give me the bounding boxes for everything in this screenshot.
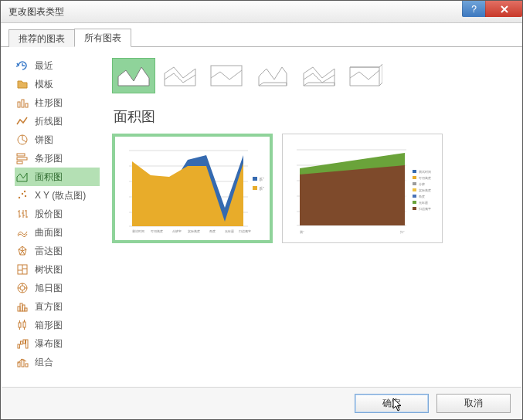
svg-point-15 [20, 286, 25, 290]
sidebar-item-label: 直方图 [35, 300, 63, 313]
treemap-icon [16, 263, 29, 276]
svg-rect-1 [22, 100, 24, 107]
svg-rect-2 [25, 103, 28, 107]
svg-text:系": 系" [259, 186, 264, 191]
dialog-body: 最近模板柱形图折线图饼图条形图面积图X Y (散点图)股价图曲面图雷达图树状图旭… [1, 47, 522, 388]
recent-icon [16, 59, 29, 72]
sidebar-item-template[interactable]: 模板 [15, 75, 100, 93]
svg-rect-22 [18, 344, 20, 348]
sidebar-item-label: 箱形图 [35, 319, 63, 332]
sidebar-item-area[interactable]: 面积图 [15, 168, 100, 186]
subtype-100-stacked-area[interactable] [205, 58, 248, 93]
svg-text:分辨: 分辨 [419, 182, 425, 186]
subtype-3d-stacked-area[interactable] [297, 58, 341, 93]
svg-text:实际高度: 实际高度 [419, 188, 431, 192]
sidebar-item-histogram[interactable]: 直方图 [15, 297, 100, 316]
sidebar-item-column[interactable]: 柱形图 [15, 93, 100, 112]
subtype-3d-area[interactable] [251, 58, 294, 93]
svg-marker-42 [132, 161, 243, 226]
chart-content: 面积图 测试时间可用高度分辨率 实际高度角度无标题扫描频率 [103, 47, 522, 388]
percent-stacked-area-3d-icon [348, 63, 382, 89]
svg-rect-25 [26, 340, 29, 348]
preview-row: 测试时间可用高度分辨率 实际高度角度无标题扫描频率 系" 系" [112, 134, 510, 243]
sidebar-item-label: 旭日图 [35, 282, 63, 295]
close-icon [500, 5, 509, 14]
cancel-button[interactable]: 取消 [436, 394, 511, 413]
box-icon [16, 319, 29, 331]
sidebar-item-label: 雷达图 [35, 245, 63, 258]
sidebar-item-recent[interactable]: 最近 [15, 56, 100, 75]
svg-point-9 [22, 193, 23, 195]
svg-text:测试时间: 测试时间 [419, 170, 431, 174]
sunburst-icon [16, 282, 29, 294]
ok-button[interactable]: 确定 [355, 394, 429, 413]
svg-rect-52 [253, 186, 257, 190]
stacked-area-icon [163, 63, 197, 89]
preview-area-overlap[interactable]: 测试时间可用高度分辨率 实际高度角度无标题扫描频率 系" 系" [112, 134, 273, 243]
histogram-icon [16, 300, 29, 313]
bar-icon [16, 152, 29, 164]
sidebar-item-label: 组合 [35, 356, 53, 369]
svg-rect-19 [25, 308, 27, 311]
sidebar-item-line[interactable]: 折线图 [15, 112, 100, 130]
sidebar-item-surface[interactable]: 曲面图 [15, 223, 100, 242]
svg-rect-27 [22, 360, 24, 367]
window-controls: ? [462, 1, 522, 17]
sidebar-item-label: 条形图 [35, 152, 63, 165]
svg-rect-74 [413, 207, 416, 210]
titlebar: 更改图表类型 ? [1, 1, 522, 23]
sidebar-item-pie[interactable]: 饼图 [15, 130, 100, 149]
help-button[interactable]: ? [462, 1, 485, 17]
close-button[interactable] [485, 1, 522, 17]
svg-rect-24 [23, 340, 25, 344]
sidebar-item-label: 面积图 [35, 171, 63, 184]
tab-recommended[interactable]: 推荐的图表 [8, 29, 75, 47]
column-icon [16, 97, 29, 109]
sidebar-item-radar[interactable]: 雷达图 [15, 242, 100, 260]
subtype-area[interactable] [112, 58, 155, 93]
svg-rect-20 [19, 323, 21, 327]
svg-rect-64 [413, 176, 416, 179]
area-icon [16, 171, 29, 183]
svg-text:无标题: 无标题 [225, 229, 234, 233]
svg-text:角度: 角度 [419, 195, 425, 198]
sidebar-item-combo[interactable]: 组合 [15, 353, 100, 371]
sidebar-item-waterfall[interactable]: 瀑布图 [15, 334, 100, 353]
stock-icon [16, 208, 29, 220]
sidebar-item-label: 饼图 [35, 134, 53, 147]
sidebar-item-stock[interactable]: 股价图 [15, 205, 100, 223]
sidebar-item-bar[interactable]: 条形图 [15, 149, 100, 168]
tab-all-charts[interactable]: 所有图表 [74, 29, 131, 47]
sidebar-item-sunburst[interactable]: 旭日图 [15, 279, 100, 297]
subtype-stacked-area[interactable] [158, 58, 202, 93]
svg-rect-70 [413, 195, 416, 198]
svg-point-11 [24, 191, 25, 192]
svg-marker-29 [118, 67, 149, 86]
svg-text:扫": 扫" [399, 230, 405, 234]
waterfall-icon [16, 337, 29, 350]
svg-rect-6 [17, 161, 22, 164]
subtype-3d-100-stacked-area[interactable] [344, 58, 387, 93]
sidebar-item-xy[interactable]: X Y (散点图) [15, 186, 100, 205]
sidebar-item-label: X Y (散点图) [35, 189, 86, 202]
sidebar-item-treemap[interactable]: 树状图 [15, 260, 100, 279]
area-3d-icon [256, 63, 290, 89]
svg-text:分辨率: 分辨率 [172, 229, 182, 233]
svg-rect-31 [211, 66, 242, 86]
sidebar-item-label: 模板 [35, 78, 53, 91]
svg-text:测试时间: 测试时间 [132, 229, 144, 233]
subtype-row [112, 58, 510, 93]
preview-area-stacked[interactable]: 测试时间 可用高度 分辨 实际高度 角度 无标题 扫描频率 测" 扫" [282, 134, 443, 243]
svg-point-10 [25, 195, 26, 197]
xy-icon [16, 189, 29, 202]
sidebar-item-box[interactable]: 箱形图 [15, 316, 100, 334]
dialog-change-chart-type: 更改图表类型 ? 推荐的图表 所有图表 最近模板柱形图折线图饼图条形图面积图X … [0, 0, 523, 420]
svg-rect-62 [413, 170, 416, 173]
svg-rect-5 [17, 158, 27, 160]
chart-category-sidebar: 最近模板柱形图折线图饼图条形图面积图X Y (散点图)股价图曲面图雷达图树状图旭… [1, 47, 103, 388]
radar-icon [16, 245, 29, 257]
svg-text:扫描频率: 扫描频率 [238, 229, 251, 233]
sidebar-item-label: 最近 [35, 59, 53, 73]
pie-icon [16, 134, 29, 146]
svg-rect-0 [18, 102, 20, 107]
